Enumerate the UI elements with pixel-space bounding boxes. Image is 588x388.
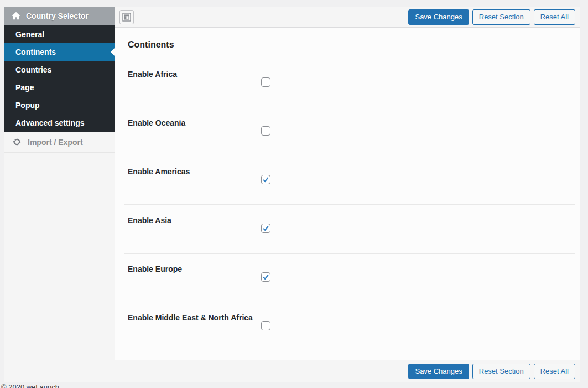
sidebar-item-import-export[interactable]: Import / Export (4, 132, 115, 153)
sidebar-menu: General Continents Countries Page Popup … (4, 25, 115, 132)
sidebar-item-general[interactable]: General (4, 25, 115, 43)
setting-label: Enable Oceania (128, 107, 261, 156)
setting-control (261, 59, 270, 107)
sidebar-item-advanced-settings[interactable]: Advanced settings (4, 114, 115, 132)
sidebar-item-label: Countries (15, 65, 51, 74)
layout-toggle-button[interactable] (119, 10, 134, 24)
check-icon (262, 225, 269, 232)
sidebar-item-page[interactable]: Page (4, 79, 115, 96)
settings-row-enable-middle-east-north-africa: Enable Middle East & North Africa (124, 302, 575, 360)
admin-page: Country Selector General Continents Coun… (0, 0, 588, 382)
import-export-label: Import / Export (28, 138, 83, 147)
bottom-toolbar: Save Changes Reset Section Reset All (115, 360, 580, 382)
setting-control (261, 156, 270, 204)
save-changes-button[interactable]: Save Changes (408, 9, 469, 25)
check-icon (262, 176, 269, 183)
footer-copyright: © 2020 weLaunch (1, 382, 588, 388)
sidebar-item-popup[interactable]: Popup (4, 96, 115, 114)
section-heading: Continents (124, 28, 575, 59)
setting-control (261, 302, 270, 360)
settings-content: Save Changes Reset Section Reset All Con… (115, 7, 580, 382)
setting-label: Enable Africa (128, 59, 261, 107)
sidebar-item-label: Page (15, 83, 34, 92)
checkbox-enable-americas[interactable] (261, 175, 270, 184)
sidebar-filler (4, 153, 115, 382)
sidebar-item-countries[interactable]: Countries (4, 61, 115, 79)
top-toolbar: Save Changes Reset Section Reset All (115, 7, 580, 28)
setting-label: Enable Americas (128, 156, 261, 204)
layout-icon (122, 13, 131, 22)
setting-label: Enable Middle East & North Africa (128, 302, 261, 360)
reset-all-button[interactable]: Reset All (534, 9, 575, 25)
setting-control (261, 254, 270, 302)
settings-row-enable-americas: Enable Americas (124, 156, 575, 205)
sidebar-item-label: General (15, 30, 44, 39)
settings-row-enable-europe: Enable Europe (124, 254, 575, 302)
settings-row-enable-asia: Enable Asia (124, 205, 575, 254)
sidebar-item-label: Popup (15, 101, 40, 110)
settings-rows: Enable Africa Enable Oceania Enable Amer… (124, 59, 575, 360)
save-changes-button-bottom[interactable]: Save Changes (408, 364, 469, 379)
setting-label: Enable Europe (128, 254, 261, 302)
bottom-button-group: Save Changes Reset Section Reset All (408, 364, 575, 379)
settings-row-enable-oceania: Enable Oceania (124, 107, 575, 156)
checkbox-enable-oceania[interactable] (261, 126, 270, 136)
check-icon (262, 273, 269, 281)
setting-label: Enable Asia (128, 205, 261, 253)
reset-section-button[interactable]: Reset Section (472, 9, 530, 25)
sidebar-title: Country Selector (26, 12, 89, 20)
home-icon (11, 11, 21, 21)
settings-sidebar: Country Selector General Continents Coun… (4, 7, 115, 382)
sync-icon (12, 137, 22, 147)
setting-control (261, 107, 270, 156)
sidebar-item-label: Advanced settings (15, 118, 84, 127)
checkbox-enable-europe[interactable] (261, 272, 270, 282)
reset-all-button-bottom[interactable]: Reset All (534, 364, 575, 379)
continents-form: Continents Enable Africa Enable Oceania … (115, 28, 580, 360)
setting-control (261, 205, 270, 253)
settings-row-enable-africa: Enable Africa (124, 59, 575, 107)
sidebar-header: Country Selector (4, 7, 115, 25)
top-button-group: Save Changes Reset Section Reset All (408, 9, 575, 25)
reset-section-button-bottom[interactable]: Reset Section (472, 364, 530, 379)
sidebar-item-label: Continents (15, 48, 56, 56)
checkbox-enable-africa[interactable] (261, 77, 270, 87)
checkbox-enable-middle-east-north-africa[interactable] (261, 321, 270, 330)
sidebar-item-continents[interactable]: Continents (4, 43, 115, 61)
checkbox-enable-asia[interactable] (261, 224, 270, 233)
